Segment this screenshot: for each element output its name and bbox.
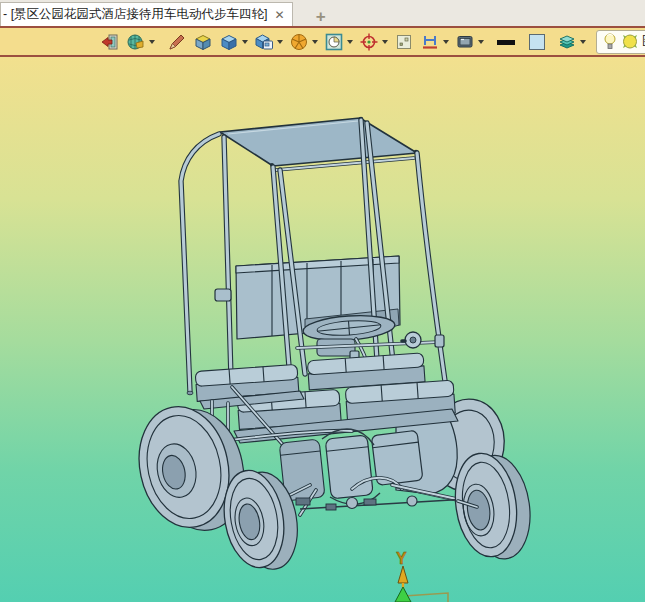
model-scene[interactable]: Y — [0, 57, 645, 602]
axis-origin-cone-icon — [395, 587, 411, 602]
dropdown-arrow-icon — [149, 40, 155, 44]
dropdown-arrow-icon — [580, 40, 586, 44]
color-swatch-icon[interactable] — [525, 30, 549, 54]
dropdown-arrow-icon — [312, 40, 318, 44]
tab-bar: - [景区公园花园式酒店接待用车电动代步车四轮] ✕ + — [0, 0, 645, 28]
tab-close-icon[interactable]: ✕ — [275, 8, 285, 22]
layer-toolbar-group: 图层 — [596, 30, 645, 54]
axis-y-arrow-icon — [398, 566, 408, 583]
light-circle-icon[interactable] — [621, 32, 639, 51]
dropdown-arrow-icon — [443, 40, 449, 44]
display-icon[interactable] — [453, 30, 486, 54]
cube-window-icon[interactable] — [252, 30, 285, 54]
viewport-canvas[interactable]: Y — [0, 57, 645, 602]
battery-boxes[interactable] — [279, 429, 423, 504]
dropdown-arrow-icon — [242, 40, 248, 44]
light-bulb-icon[interactable] — [602, 32, 618, 51]
stylus-icon[interactable] — [165, 30, 189, 54]
layers-stack-icon[interactable] — [555, 30, 588, 54]
shaded-cube-icon[interactable] — [217, 30, 250, 54]
target-icon[interactable] — [357, 30, 390, 54]
dropdown-arrow-icon — [347, 40, 353, 44]
render-material-icon[interactable] — [124, 30, 157, 54]
toolbar: 图层 — [0, 28, 645, 57]
section-view-icon[interactable] — [322, 30, 355, 54]
document-tab[interactable]: - [景区公园花园式酒店接待用车电动代步车四轮] ✕ — [0, 2, 293, 26]
exit-icon[interactable] — [98, 30, 122, 54]
box-lid-icon[interactable] — [191, 30, 215, 54]
measure-icon[interactable] — [418, 30, 451, 54]
orange-wheel-icon[interactable] — [287, 30, 320, 54]
axis-indicator: Y — [395, 550, 448, 602]
document-tab-title: - [景区公园花园式酒店接待用车电动代步车四轮] — [3, 6, 268, 23]
dropdown-arrow-icon — [478, 40, 484, 44]
cart-canopy[interactable] — [220, 117, 418, 170]
small-panel-icon[interactable] — [392, 30, 416, 54]
axis-y-label: Y — [396, 550, 407, 567]
line-width-icon[interactable] — [493, 30, 519, 54]
new-tab-button[interactable]: + — [306, 7, 336, 26]
dropdown-arrow-icon — [382, 40, 388, 44]
dropdown-arrow-icon — [277, 40, 283, 44]
